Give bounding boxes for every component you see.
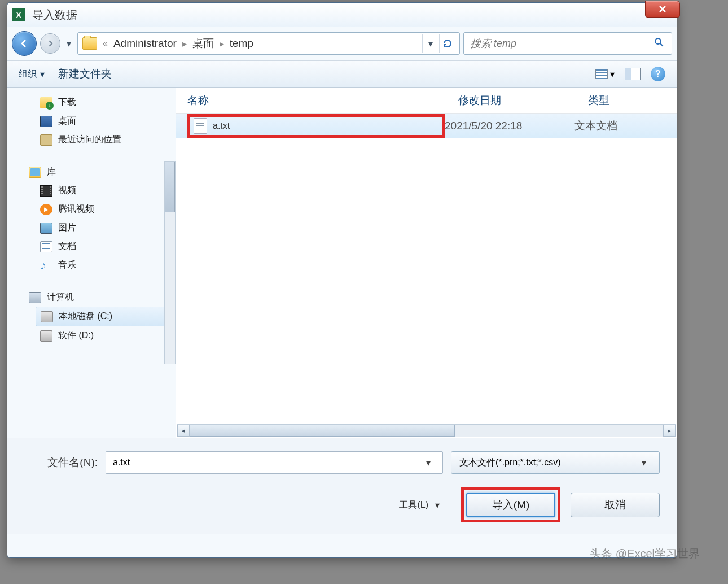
tree-computer[interactable]: 计算机: [24, 288, 176, 307]
close-icon: [657, 4, 668, 14]
chevron-right-icon: ▸: [182, 38, 187, 49]
file-header: 名称 修改日期 类型: [176, 88, 677, 114]
breadcrumb-desktop[interactable]: 桌面: [192, 36, 214, 51]
tree-music[interactable]: ♪音乐: [36, 256, 176, 274]
tree-pictures[interactable]: 图片: [36, 219, 176, 237]
horizontal-scrollbar[interactable]: ◂ ▸: [177, 424, 676, 437]
address-dropdown[interactable]: ▾: [422, 34, 438, 53]
tree-documents[interactable]: 文档: [36, 237, 176, 256]
excel-icon: X: [12, 8, 25, 21]
import-dialog: X 导入数据 ▾ « Administrator ▸ 桌面 ▸ temp ▾: [7, 2, 677, 558]
refresh-icon: [442, 38, 453, 49]
tree-disk-c[interactable]: 本地磁盘 (C:): [36, 307, 176, 326]
tree-video[interactable]: 视频: [36, 181, 176, 200]
close-button[interactable]: [645, 1, 680, 18]
search-box[interactable]: [463, 32, 672, 55]
back-button[interactable]: [12, 31, 37, 56]
arrow-left-icon: [19, 38, 30, 49]
list-view-icon: [595, 69, 608, 79]
highlight-box: 导入(M): [461, 487, 560, 522]
desktop-icon: [40, 116, 52, 127]
breadcrumb-folder[interactable]: temp: [230, 37, 253, 50]
address-bar[interactable]: « Administrator ▸ 桌面 ▸ temp ▾: [77, 32, 460, 55]
help-button[interactable]: ?: [651, 67, 665, 81]
tree-library[interactable]: 库: [24, 163, 176, 181]
library-icon: [29, 167, 41, 178]
file-row[interactable]: a.txt 2021/5/20 22:18 文本文档: [176, 114, 677, 138]
file-list: 名称 修改日期 类型 a.txt 2021/5/20 22:18 文本文档 ◂ …: [176, 88, 677, 438]
dialog-body: 下载 桌面 最近访问的位置 库 视频 腾讯视频 图片 文档 ♪音乐 计算机 本地…: [7, 88, 677, 438]
chevron-down-icon: ▾: [637, 457, 651, 468]
tree-desktop[interactable]: 桌面: [36, 112, 176, 130]
scrollbar-thumb[interactable]: [165, 162, 175, 212]
downloads-icon: [40, 97, 52, 108]
toolbar: 组织 ▾ 新建文件夹 ▾ ?: [7, 60, 677, 88]
col-date[interactable]: 修改日期: [458, 93, 588, 108]
file-name: a.txt: [213, 121, 230, 131]
nav-bar: ▾ « Administrator ▸ 桌面 ▸ temp ▾: [12, 29, 672, 58]
import-button[interactable]: 导入(M): [466, 493, 555, 517]
tree-downloads[interactable]: 下载: [36, 93, 176, 112]
tencent-video-icon: [40, 204, 52, 215]
text-file-icon: [194, 118, 207, 134]
documents-icon: [40, 241, 52, 252]
breadcrumb-user[interactable]: Administrator: [113, 37, 177, 50]
disk-icon: [40, 330, 52, 342]
scroll-right-button[interactable]: ▸: [663, 425, 676, 437]
folder-icon: [82, 37, 97, 50]
arrow-right-icon: [46, 39, 55, 48]
computer-icon: [29, 292, 41, 303]
recent-icon: [40, 134, 52, 146]
file-type: 文本文档: [574, 119, 617, 133]
filename-dropdown[interactable]: ▾: [421, 457, 436, 468]
new-folder-button[interactable]: 新建文件夹: [58, 67, 112, 81]
filename-input[interactable]: a.txt ▾: [106, 451, 443, 474]
chevron-down-icon: ▾: [610, 69, 615, 80]
view-mode-button[interactable]: ▾: [595, 69, 615, 80]
nav-tree: 下载 桌面 最近访问的位置 库 视频 腾讯视频 图片 文档 ♪音乐 计算机 本地…: [7, 88, 176, 438]
tools-menu[interactable]: 工具(L)▾: [399, 499, 440, 511]
nav-history-dropdown[interactable]: ▾: [64, 38, 74, 49]
file-date: 2021/5/20 22:18: [445, 120, 574, 132]
tree-scrollbar[interactable]: [164, 161, 176, 364]
music-icon: ♪: [40, 260, 52, 271]
organize-menu[interactable]: 组织 ▾: [19, 68, 45, 80]
scroll-track[interactable]: [190, 425, 663, 437]
chevron-down-icon: ▾: [40, 69, 45, 80]
filename-label: 文件名(N):: [24, 455, 98, 470]
forward-button[interactable]: [40, 33, 60, 54]
svg-point-0: [655, 38, 661, 44]
preview-pane-button[interactable]: [625, 68, 641, 80]
search-input[interactable]: [471, 38, 654, 50]
chevron-down-icon: ▾: [435, 500, 440, 511]
cancel-button[interactable]: 取消: [571, 493, 660, 517]
titlebar[interactable]: X 导入数据: [7, 3, 677, 27]
disk-icon: [41, 311, 53, 322]
scrollbar-thumb[interactable]: [190, 425, 455, 437]
chevron-right-icon: ▸: [220, 38, 224, 49]
highlight-box: a.txt: [187, 114, 445, 138]
tree-tencent[interactable]: 腾讯视频: [36, 200, 176, 219]
pictures-icon: [40, 223, 52, 234]
tree-recent[interactable]: 最近访问的位置: [36, 130, 176, 149]
search-icon: [654, 37, 665, 50]
video-icon: [40, 185, 52, 197]
refresh-button[interactable]: [439, 34, 455, 53]
filetype-select[interactable]: 文本文件(*.prn;*.txt;*.csv) ▾: [451, 451, 660, 474]
col-name[interactable]: 名称: [187, 93, 458, 108]
tree-disk-d[interactable]: 软件 (D:): [36, 326, 176, 345]
dialog-footer: 文件名(N): a.txt ▾ 文本文件(*.prn;*.txt;*.csv) …: [7, 438, 677, 534]
dialog-title: 导入数据: [32, 7, 77, 23]
col-type[interactable]: 类型: [588, 93, 665, 108]
chevron-left-icon: «: [103, 38, 108, 49]
scroll-left-button[interactable]: ◂: [177, 425, 190, 437]
